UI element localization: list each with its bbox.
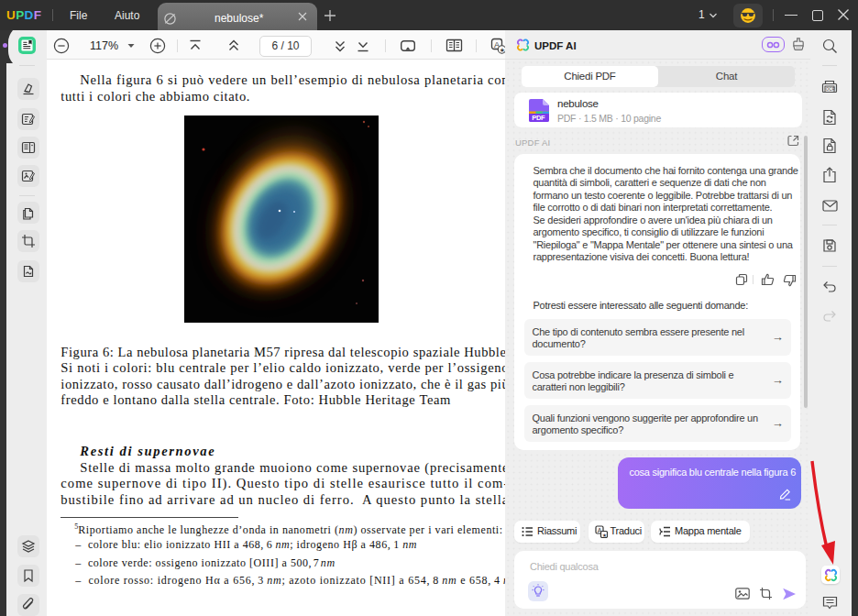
svg-text:OCR: OCR xyxy=(826,87,836,92)
svg-text:PDF: PDF xyxy=(532,114,545,122)
svg-text:★: ★ xyxy=(602,533,607,538)
